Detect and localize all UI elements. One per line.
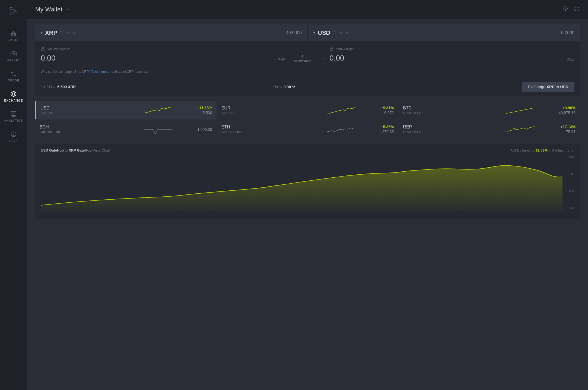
market-row-rep[interactable]: REP GateHub Fifth +17.13% 75.61 — [399, 120, 580, 139]
market-values-btc: +3.90% 49,975.15 — [559, 106, 576, 115]
market-row-bch[interactable]: BCH GateHub Fifth 1,000.00 — [35, 120, 217, 139]
market-chart-eth — [300, 124, 379, 135]
xrp-notice-link[interactable]: Click here — [91, 70, 106, 74]
market-values-usd: +11.63% 5.500 — [197, 106, 212, 115]
svg-point-2 — [10, 13, 12, 15]
exchange-inputs: You will spend XRP All available › — [35, 41, 580, 68]
chart-y-label-3: 5.40 — [564, 189, 574, 192]
market-price-rep: 75.61 — [560, 130, 576, 134]
svg-point-1 — [15, 10, 17, 12]
from-chevron-icon: ▾ — [41, 31, 42, 35]
to-currency-selector[interactable]: ▾ USD GateHub 0.0000 — [308, 24, 580, 41]
market-change-eur: +9.31% — [381, 106, 394, 110]
price-chart-trend: US Dollar is up 11.63% in the last month — [511, 148, 574, 152]
sidebar-item-help[interactable]: HELP — [0, 127, 27, 147]
rate-row: 1 USD = 5.500 XRP Fee = 0.00 % Exchange … — [35, 78, 580, 96]
spend-currency-label: XRP — [278, 57, 286, 61]
exchange-panel: ▾ XRP GateHub 40.0000 ▾ USD GateHub 0.00… — [35, 24, 580, 96]
svg-line-3 — [12, 9, 15, 11]
market-info-btc: BTC GateHub Fifth — [403, 106, 481, 115]
sidebar-item-analytics[interactable]: ANALYTICS — [0, 106, 27, 127]
market-chart-rep — [482, 124, 560, 135]
from-currency-selector[interactable]: ▾ XRP GateHub 40.0000 — [35, 24, 307, 41]
price-chart-svg — [41, 155, 562, 215]
xrp-notice-suffix: to read about XRP reserves. — [107, 70, 148, 74]
power-icon[interactable] — [574, 6, 580, 13]
sidebar: HOME WALLET TRADE EXCHANGE — [0, 0, 27, 390]
svg-rect-6 — [11, 52, 16, 56]
market-issuer-eth: GateHub Fifth — [221, 130, 300, 134]
from-currency-balance: 40.0000 — [286, 30, 302, 35]
sidebar-item-exchange[interactable]: EXCHANGE — [0, 86, 27, 106]
sidebar-item-wallet[interactable]: WALLET — [0, 46, 27, 66]
get-group: You will get USD — [329, 47, 574, 65]
all-available-label: All available — [294, 59, 311, 63]
market-table: USD GateHub +11.63% 5.500 EUR GateHub — [35, 101, 580, 139]
market-issuer-bch: GateHub Fifth — [40, 130, 119, 134]
market-issuer-usd: GateHub — [40, 111, 119, 115]
market-price-usd: 5.500 — [197, 111, 212, 115]
all-available-button[interactable]: All available — [288, 54, 317, 63]
chart-y-label-2: 5.60 — [564, 172, 574, 175]
market-price-btc: 49,975.15 — [559, 111, 576, 115]
market-price-bch: 1,000.00 — [197, 127, 212, 132]
chart-y-label-1: 5.80 — [564, 155, 574, 158]
rate-label: 1 USD = 5.500 XRP — [41, 85, 267, 89]
sidebar-item-home[interactable]: HOME — [0, 26, 27, 46]
xrp-notice: Why can't I exchange all my XRP? Click h… — [35, 68, 580, 78]
market-row-eur[interactable]: EUR GateHub +9.31% 6.072 — [217, 101, 398, 119]
sidebar-item-wallet-label: WALLET — [7, 59, 20, 62]
market-chart-btc — [481, 105, 559, 116]
settings-icon[interactable] — [562, 6, 568, 13]
market-issuer-eur: GateHub — [221, 111, 301, 115]
chevron-down-icon — [65, 7, 70, 12]
wallet-selector[interactable]: My Wallet — [35, 6, 70, 13]
get-input[interactable] — [329, 54, 564, 62]
market-name-eth: ETH — [221, 125, 300, 130]
to-currency-code: USD — [318, 29, 330, 36]
spend-group: You will spend XRP — [41, 47, 286, 65]
from-currency-code: XRP — [45, 29, 57, 36]
main-content: My Wallet — [27, 0, 588, 390]
sidebar-item-trade[interactable]: TRADE — [0, 66, 27, 86]
market-values-rep: +17.13% 75.61 — [560, 125, 576, 134]
app-logo — [7, 4, 20, 18]
exchange-arrow-icon: › — [319, 55, 327, 62]
market-change-eth: +5.37% — [379, 125, 394, 129]
exchange-button[interactable]: Exchange XRP to USD — [522, 82, 574, 92]
market-values-eur: +9.31% 6.072 — [381, 106, 394, 115]
market-name-bch: BCH — [40, 125, 119, 130]
svg-point-10 — [14, 136, 14, 136]
chart-y-label-4: 5.20 — [564, 206, 574, 209]
topbar-actions — [562, 6, 580, 13]
market-info-rep: REP GateHub Fifth — [403, 125, 482, 134]
get-label: You will get — [329, 47, 574, 51]
market-row-btc[interactable]: BTC GateHub Fifth +3.90% 49,975.15 — [399, 101, 580, 119]
market-row-usd[interactable]: USD GateHub +11.63% 5.500 — [35, 101, 217, 119]
market-row-eth[interactable]: ETH GateHub Fifth +5.37% 1,270.35 — [217, 120, 398, 139]
market-change-rep: +17.13% — [560, 125, 576, 129]
fee-text: Fee = 0.00 % — [273, 85, 295, 89]
market-issuer-rep: GateHub Fifth — [403, 130, 482, 134]
chart-svg-wrapper — [41, 155, 562, 215]
market-change-btc: +3.90% — [559, 106, 576, 110]
market-values-bch: 1,000.00 — [197, 127, 212, 132]
fee-value: 0.00 % — [284, 85, 295, 89]
market-info-eth: ETH GateHub Fifth — [221, 125, 300, 134]
market-info-bch: BCH GateHub Fifth — [40, 125, 119, 134]
from-currency-issuer: GateHub — [59, 31, 286, 35]
market-change-usd: +11.63% — [197, 106, 212, 110]
get-currency-label: USD — [566, 57, 574, 61]
spend-input-wrapper: XRP — [41, 54, 286, 65]
svg-line-4 — [12, 12, 15, 13]
market-chart-usd — [119, 105, 197, 116]
get-input-wrapper: USD — [329, 54, 574, 65]
market-name-btc: BTC — [403, 106, 481, 111]
xrp-notice-text: Why can't I exchange all my XRP? — [41, 70, 91, 74]
market-values-eth: +5.37% 1,270.35 — [379, 125, 394, 134]
price-chart-container: 5.80 5.60 5.40 5.20 — [41, 155, 574, 215]
sidebar-item-home-label: HOME — [9, 39, 19, 42]
market-price-eth: 1,270.35 — [379, 130, 394, 134]
spend-input[interactable] — [41, 54, 275, 62]
lightning-icon — [301, 54, 304, 58]
